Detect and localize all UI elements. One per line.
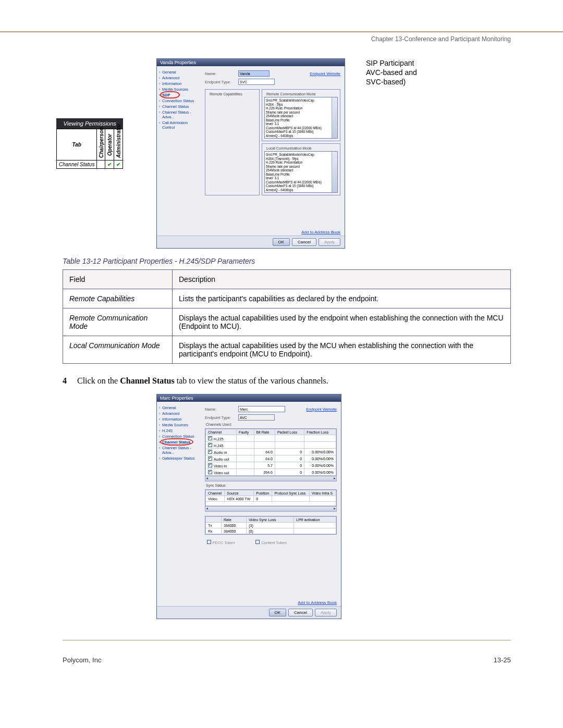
table-caption: Table 13-12 Participant Properties - H.2… — [63, 257, 511, 265]
nav-channel-status[interactable]: Channel Status — [159, 104, 201, 109]
chk-audio-out[interactable] — [208, 456, 212, 461]
th-description: Description — [173, 270, 511, 289]
local-comm-textbox[interactable]: Snd.PR_ScalableModeVideoCap H264 (Transm… — [264, 151, 338, 193]
sy-h-3: Protocol Sync Loss — [272, 490, 309, 496]
nav2-channel-status-adv[interactable]: Channel Status - Adva... — [159, 445, 201, 455]
rate1-l: Rx — [206, 528, 222, 534]
channels-used-label: Channels Used: — [206, 423, 337, 426]
cancel-button-2[interactable]: Cancel — [288, 609, 313, 616]
ch4-br: 5.7 — [254, 462, 275, 469]
ch2-pl: 0 — [275, 449, 304, 455]
ch-h-faulty: Faulty — [237, 429, 254, 435]
name-field[interactable]: Vanda — [238, 70, 270, 77]
footer-company: Polycom, Inc — [63, 656, 101, 664]
rate-h-lpr: LPR activation — [294, 517, 336, 523]
sync-status-table: Channel Source Position Protocol Sync Lo… — [205, 490, 336, 506]
td-desc-0: Lists the participant's capabilities as … — [173, 289, 511, 309]
remote-comm-textbox[interactable]: Snd.PR_ScalableModeVideoCap H264 - 5fps … — [264, 97, 338, 139]
sy0-c: Video — [206, 496, 225, 502]
cancel-button[interactable]: Cancel — [292, 238, 316, 246]
dialog2-title: Marc Properties — [157, 394, 341, 402]
name2-field[interactable]: Marc — [238, 406, 285, 412]
nav2-gatekeeper[interactable]: Gatekeeper Status — [159, 455, 201, 461]
nav-media-sources[interactable]: Media Sources — [159, 87, 201, 92]
nav2-advanced[interactable]: Advanced — [159, 411, 201, 416]
ch2-fl: 0.00%/0.00% — [304, 449, 336, 455]
sy0-p: 0 — [254, 496, 272, 502]
content-token-checkbox[interactable] — [255, 540, 260, 544]
nav-general[interactable]: General — [159, 69, 201, 75]
footer-page: 13-25 — [494, 656, 511, 664]
perm-cell-admin: ✔ — [114, 161, 123, 169]
apply-button[interactable]: Apply — [319, 238, 340, 246]
rate0-l: Tx — [206, 523, 222, 528]
nav2-general[interactable]: General — [159, 405, 201, 411]
participant-properties-dialog-1: Vanda Properties General Advanced Inform… — [156, 58, 345, 249]
remote-comm-text: Snd.PR_ScalableModeVideoCap H264 - 5fps … — [266, 98, 336, 139]
perm-tab-label: Tab — [57, 129, 97, 161]
ch5-pl: 0 — [275, 469, 304, 476]
ch0-c: H.225 — [214, 437, 224, 441]
chk-h245[interactable] — [208, 443, 212, 447]
td-field-1: Remote Communication Mode — [63, 309, 173, 336]
ch5-c: Video out — [214, 471, 229, 475]
nav2-connection-status[interactable]: Connection Status — [159, 434, 201, 439]
fecc-checkbox[interactable] — [207, 540, 211, 544]
ch4-pl: 0 — [275, 462, 304, 469]
name-label: Name: — [205, 71, 238, 76]
ch2-c: Audio in — [214, 451, 227, 454]
parameters-table: Field Description Remote Capabilities Li… — [63, 269, 511, 364]
endpoint-website-link[interactable]: Endpoint Website — [310, 71, 340, 76]
endpoint-type-field[interactable]: SVC — [238, 79, 275, 85]
rate0-v: (3) — [247, 523, 294, 528]
remote-comm-mode-title: Remote Communication Mode — [265, 92, 317, 96]
ok-button-2[interactable]: OK — [269, 609, 287, 616]
nav2-media-sources[interactable]: Media Sources — [159, 422, 201, 428]
nav-information[interactable]: Information — [159, 81, 201, 87]
nav-connection-status[interactable]: Connection Status — [159, 98, 201, 104]
dialog2-nav: General Advanced Information Media Sourc… — [157, 402, 203, 599]
ch3-pl: 0 — [275, 455, 304, 462]
sy-h-4: Video Intra S — [309, 490, 336, 496]
nav-cac[interactable]: Call Admission Control — [159, 120, 201, 130]
endpoint-website-link-2[interactable]: Endpoint Website — [306, 407, 337, 412]
add-to-address-book-link-2[interactable]: Add to Address Book — [157, 599, 341, 606]
chk-video-in[interactable] — [208, 463, 212, 467]
name2-label: Name: — [205, 407, 238, 412]
ch-h-channel: Channel — [206, 429, 237, 435]
fecc-label: FECC Token — [213, 540, 235, 545]
chk-audio-in[interactable] — [208, 450, 212, 454]
ch-h-fractionloss: Fraction Loss — [304, 429, 336, 435]
rate-table: Rate Video Sync Loss LPR activation Tx 3… — [205, 516, 336, 534]
channels-scrollbar[interactable] — [205, 476, 337, 482]
chk-h225[interactable] — [208, 436, 212, 440]
th-field: Field — [63, 270, 173, 289]
local-comm-mode-title: Local Communication Mode — [265, 146, 313, 150]
nav2-information[interactable]: Information — [159, 416, 201, 422]
ch3-br: 64.0 — [254, 455, 275, 462]
sy-h-2: Position — [254, 490, 272, 496]
add-to-address-book-link[interactable]: Add to Address Book — [157, 229, 345, 236]
ok-button[interactable]: OK — [273, 238, 290, 246]
td-field-0: Remote Capabilities — [63, 289, 173, 309]
td-field-2: Local Communication Mode — [63, 336, 173, 364]
rate1-r: 384000 — [222, 528, 247, 534]
participant-properties-dialog-2: Marc Properties General Advanced Informa… — [156, 394, 341, 619]
perm-col-administrator: Administrator — [114, 129, 123, 161]
nav-advanced[interactable]: Advanced — [159, 75, 201, 81]
local-comm-text: Snd.PR_ScalableModeVideoCap H264 (Transm… — [266, 153, 336, 193]
chk-video-out[interactable] — [208, 470, 212, 474]
nav-sdp[interactable]: SDP — [159, 92, 201, 98]
channels-used-table: Channel Faulty Bit Rate Packet Loss Frac… — [205, 429, 336, 476]
step-text-after: tab to view the status of the various ch… — [175, 376, 328, 385]
nav2-channel-status[interactable]: Channel Status — [159, 439, 201, 445]
sync-scrollbar[interactable] — [205, 507, 337, 512]
rate-h-blank — [206, 517, 222, 523]
nav-channel-status-adv[interactable]: Channel Status - Adva... — [159, 109, 201, 120]
endpoint2-type-field[interactable]: AVC — [238, 414, 275, 421]
nav2-h245[interactable]: H.245 — [159, 428, 201, 434]
viewing-permissions-title: Viewing Permissions — [56, 118, 123, 129]
apply-button-2[interactable]: Apply — [315, 609, 337, 616]
rate-h-vsl: Video Sync Loss — [247, 517, 294, 523]
perm-row-label: Channel Status — [57, 161, 97, 169]
